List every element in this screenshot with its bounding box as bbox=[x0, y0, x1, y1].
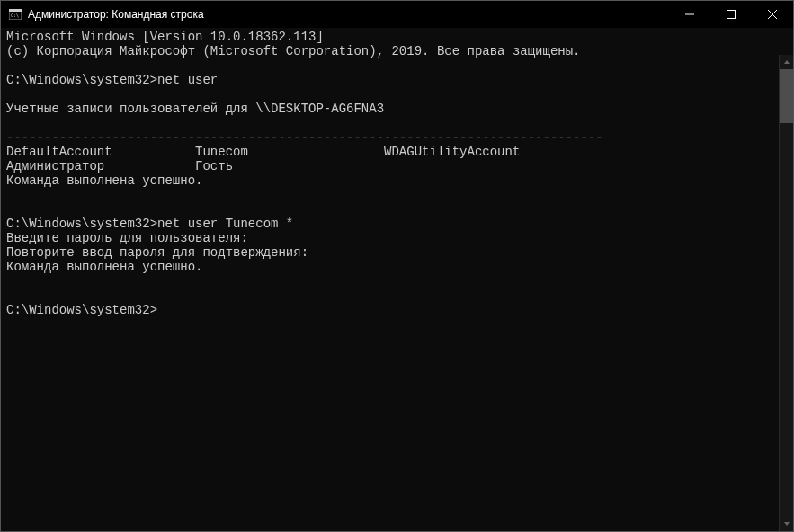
terminal-line bbox=[6, 274, 788, 288]
terminal-line: Microsoft Windows [Version 10.0.18362.11… bbox=[6, 30, 788, 44]
terminal-line bbox=[6, 116, 788, 130]
window-title: Администратор: Командная строка bbox=[28, 8, 204, 21]
svg-text:C:\: C:\ bbox=[11, 13, 19, 18]
maximize-button[interactable] bbox=[710, 1, 752, 28]
terminal-line bbox=[6, 288, 788, 303]
terminal-line bbox=[6, 58, 788, 73]
terminal-line: (c) Корпорация Майкрософт (Microsoft Cor… bbox=[6, 44, 788, 58]
content-area: Microsoft Windows [Version 10.0.18362.11… bbox=[1, 28, 793, 531]
terminal-line bbox=[6, 87, 788, 102]
cmd-icon: C:\ bbox=[8, 7, 22, 22]
terminal-line: Администратор Гость bbox=[6, 159, 788, 173]
scroll-down-button[interactable] bbox=[780, 517, 793, 531]
terminal-line: Команда выполнена успешно. bbox=[6, 260, 788, 274]
terminal-output[interactable]: Microsoft Windows [Version 10.0.18362.11… bbox=[1, 28, 793, 531]
terminal-line: C:\Windows\system32>net user Tunecom * bbox=[6, 217, 788, 231]
terminal-line: Повторите ввод пароля для подтверждения: bbox=[6, 245, 788, 260]
command-prompt-window: C:\ Администратор: Командная строка Micr… bbox=[0, 0, 794, 532]
terminal-line: Команда выполнена успешно. bbox=[6, 173, 788, 188]
svg-marker-7 bbox=[784, 60, 790, 64]
terminal-line: C:\Windows\system32>net user bbox=[6, 73, 788, 87]
vertical-scrollbar[interactable] bbox=[779, 55, 793, 531]
scroll-up-button[interactable] bbox=[780, 55, 793, 69]
svg-marker-8 bbox=[784, 522, 790, 526]
svg-rect-1 bbox=[9, 9, 22, 12]
svg-rect-4 bbox=[727, 11, 736, 19]
titlebar-left: C:\ Администратор: Командная строка bbox=[8, 7, 204, 22]
terminal-line: ----------------------------------------… bbox=[6, 130, 788, 145]
minimize-button[interactable] bbox=[669, 1, 710, 28]
terminal-line bbox=[6, 188, 788, 202]
titlebar[interactable]: C:\ Администратор: Командная строка bbox=[1, 1, 793, 28]
scrollbar-thumb[interactable] bbox=[780, 69, 793, 123]
terminal-line bbox=[6, 202, 788, 217]
scrollbar-track[interactable] bbox=[780, 69, 793, 517]
terminal-line: C:\Windows\system32> bbox=[6, 303, 788, 317]
terminal-line: Введите пароль для пользователя: bbox=[6, 231, 788, 245]
terminal-line: Учетные записи пользователей для \\DESKT… bbox=[6, 102, 788, 116]
window-controls bbox=[669, 1, 793, 28]
terminal-line: DefaultAccount Tunecom WDAGUtilityAccoun… bbox=[6, 145, 788, 159]
close-button[interactable] bbox=[752, 1, 793, 28]
